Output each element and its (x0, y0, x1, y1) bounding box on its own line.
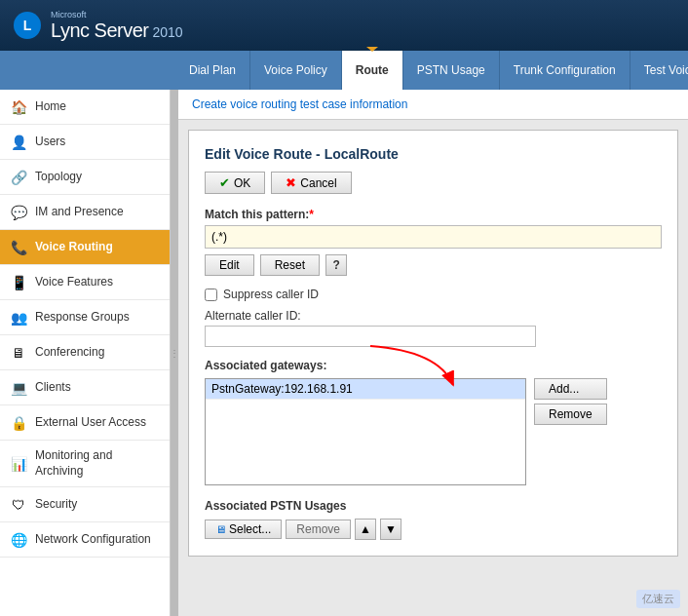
sidebar-label-clients: Clients (35, 380, 71, 396)
pstn-up-button[interactable]: ▲ (355, 519, 376, 540)
sidebar-label-users: Users (35, 135, 65, 150)
im-presence-icon: 💬 (10, 204, 27, 221)
tab-voice-policy[interactable]: Voice Policy (250, 51, 342, 90)
add-gateway-button[interactable]: Add... (534, 378, 607, 400)
sidebar-label-external-access: External User Access (35, 415, 146, 431)
ok-icon: ✔ (219, 175, 230, 190)
sidebar-item-clients[interactable]: 💻 Clients (0, 370, 170, 405)
suppress-caller-id-row: Suppress caller ID (205, 288, 662, 301)
tab-pstn-usage[interactable]: PSTN Usage (403, 51, 500, 90)
sidebar-item-voice-routing[interactable]: 📞 Voice Routing (0, 230, 170, 265)
pstn-section: Associated PSTN Usages 🖥 Select... Remov… (205, 499, 662, 540)
nav-tabs: Dial Plan Voice Policy Route PSTN Usage … (0, 51, 688, 90)
ok-button[interactable]: ✔ OK (205, 172, 265, 194)
sidebar-item-response-groups[interactable]: 👥 Response Groups (0, 300, 170, 335)
tab-trunk-config[interactable]: Trunk Configuration (500, 51, 631, 90)
gateways-list[interactable]: PstnGateway:192.168.1.91 (205, 378, 526, 485)
sidebar-label-response-groups: Response Groups (35, 310, 130, 326)
sidebar-item-security[interactable]: 🛡 Security (0, 487, 170, 522)
external-access-icon: 🔒 (10, 414, 27, 432)
sidebar-item-voice-features[interactable]: 📱 Voice Features (0, 265, 170, 300)
logo-area: L Microsoft Lync Server 2010 (12, 10, 183, 42)
sidebar-item-home[interactable]: 🏠 Home (0, 90, 170, 125)
edit-reset-row: Edit Reset ? (205, 254, 662, 276)
network-config-icon: 🌐 (10, 531, 27, 549)
action-buttons: ✔ OK ✖ Cancel (205, 172, 662, 194)
sidebar-label-voice-features: Voice Features (35, 275, 113, 290)
voice-routing-icon: 📞 (10, 239, 27, 256)
sidebar-item-network-config[interactable]: 🌐 Network Configuration (0, 522, 170, 558)
sidebar-item-external-access[interactable]: 🔒 External User Access (0, 405, 170, 441)
edit-button[interactable]: Edit (205, 254, 254, 276)
content-area: Create voice routing test case informati… (178, 90, 688, 616)
watermark: 亿速云 (636, 590, 680, 608)
sidebar-item-monitoring[interactable]: 📊 Monitoring and Archiving (0, 441, 170, 487)
main-layout: 🏠 Home 👤 Users 🔗 Topology 💬 IM and Prese… (0, 90, 688, 616)
help-button[interactable]: ? (325, 254, 347, 276)
sidebar-label-network-config: Network Configuration (35, 532, 151, 548)
gateways-layout: PstnGateway:192.168.1.91 Add... Remove (205, 378, 662, 485)
alt-caller-id-label: Alternate caller ID: (205, 309, 662, 323)
gateways-buttons: Add... Remove (534, 378, 607, 425)
logo-text: Microsoft Lync Server 2010 (51, 10, 183, 42)
sidebar-item-im-presence[interactable]: 💬 IM and Presence (0, 195, 170, 230)
pstn-toolbar: 🖥 Select... Remove ▲ ▼ (205, 519, 662, 540)
tab-test-voice[interactable]: Test Voice Routing (631, 51, 688, 90)
alt-caller-id-input[interactable] (205, 326, 536, 347)
gateways-section: Associated gateways: PstnGateway:192.168… (205, 359, 662, 485)
ms-label: Microsoft (51, 10, 183, 19)
sidebar-label-home: Home (35, 99, 66, 115)
year-label: 2010 (152, 24, 182, 40)
response-groups-icon: 👥 (10, 309, 27, 327)
suppress-caller-id-label[interactable]: Suppress caller ID (223, 288, 319, 301)
info-link[interactable]: Create voice routing test case informati… (192, 97, 407, 111)
pstn-select-icon: 🖥 (215, 523, 226, 535)
sidebar-item-users[interactable]: 👤 Users (0, 125, 170, 160)
sidebar-item-topology[interactable]: 🔗 Topology (0, 160, 170, 195)
form-title: Edit Voice Route - LocalRoute (205, 146, 662, 162)
required-star: * (309, 208, 314, 221)
alt-caller-id-section: Alternate caller ID: (205, 309, 662, 347)
monitoring-icon: 📊 (10, 455, 27, 473)
cancel-button[interactable]: ✖ Cancel (271, 172, 351, 194)
pstn-down-button[interactable]: ▼ (380, 519, 401, 540)
match-pattern-section: Match this pattern:* (.*) Edit Reset ? (205, 208, 662, 276)
match-pattern-label: Match this pattern:* (205, 208, 662, 221)
tab-route[interactable]: Route (342, 51, 403, 90)
product-label: Lync Server (51, 19, 148, 42)
clients-icon: 💻 (10, 379, 27, 397)
gateway-item[interactable]: PstnGateway:192.168.1.91 (206, 379, 525, 400)
tab-dial-plan[interactable]: Dial Plan (175, 51, 250, 90)
pstn-label: Associated PSTN Usages (205, 499, 662, 513)
resize-handle[interactable]: ⋮ (171, 90, 178, 616)
topology-icon: 🔗 (10, 169, 27, 186)
voice-features-icon: 📱 (10, 274, 27, 291)
top-bar: L Microsoft Lync Server 2010 (0, 0, 688, 51)
suppress-caller-id-checkbox[interactable] (205, 289, 217, 301)
sidebar-label-conferencing: Conferencing (35, 345, 104, 361)
gateways-label: Associated gateways: (205, 359, 662, 372)
sidebar-label-topology: Topology (35, 170, 82, 185)
pstn-select-button[interactable]: 🖥 Select... (205, 520, 282, 539)
conferencing-icon: 🖥 (10, 344, 27, 362)
match-pattern-input[interactable]: (.*) (205, 225, 662, 249)
reset-button[interactable]: Reset (260, 254, 320, 276)
svg-text:L: L (23, 18, 32, 33)
sidebar-item-conferencing[interactable]: 🖥 Conferencing (0, 335, 170, 370)
sidebar-label-monitoring: Monitoring and Archiving (35, 448, 160, 479)
info-bar: Create voice routing test case informati… (178, 90, 688, 120)
users-icon: 👤 (10, 134, 27, 151)
sidebar-label-security: Security (35, 497, 77, 513)
cancel-icon: ✖ (286, 175, 296, 190)
security-icon: 🛡 (10, 496, 27, 514)
sidebar: 🏠 Home 👤 Users 🔗 Topology 💬 IM and Prese… (0, 90, 171, 616)
sidebar-label-im-presence: IM and Presence (35, 205, 124, 220)
form-panel: Edit Voice Route - LocalRoute ✔ OK ✖ Can… (188, 130, 678, 557)
remove-gateway-button[interactable]: Remove (534, 404, 607, 425)
sidebar-label-voice-routing: Voice Routing (35, 240, 113, 255)
lync-logo-icon: L (12, 10, 43, 41)
home-icon: 🏠 (10, 98, 27, 116)
pstn-remove-button[interactable]: Remove (286, 520, 351, 539)
